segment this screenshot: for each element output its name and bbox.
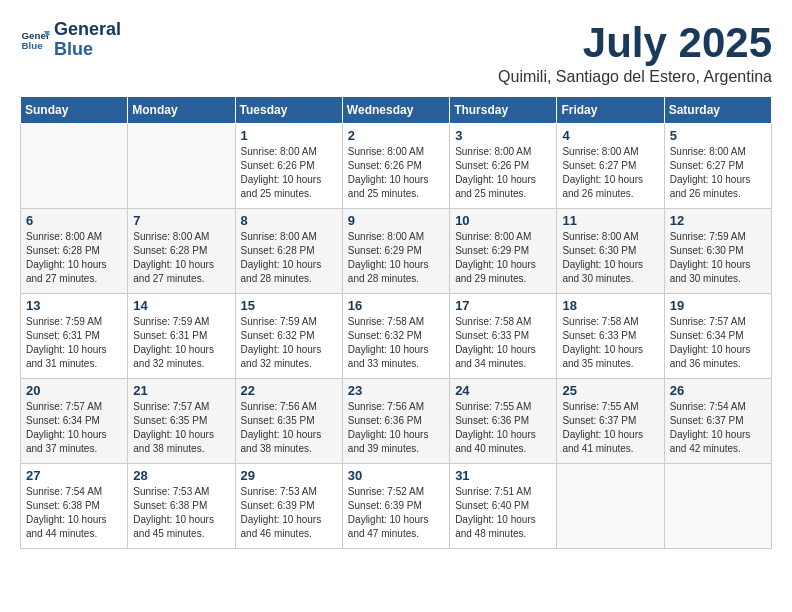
calendar-week-4: 20Sunrise: 7:57 AM Sunset: 6:34 PM Dayli… (21, 379, 772, 464)
day-number: 7 (133, 213, 229, 228)
calendar-cell: 11Sunrise: 8:00 AM Sunset: 6:30 PM Dayli… (557, 209, 664, 294)
header-cell-sunday: Sunday (21, 97, 128, 124)
day-number: 23 (348, 383, 444, 398)
calendar-cell: 20Sunrise: 7:57 AM Sunset: 6:34 PM Dayli… (21, 379, 128, 464)
calendar-week-3: 13Sunrise: 7:59 AM Sunset: 6:31 PM Dayli… (21, 294, 772, 379)
calendar-cell: 15Sunrise: 7:59 AM Sunset: 6:32 PM Dayli… (235, 294, 342, 379)
header-cell-monday: Monday (128, 97, 235, 124)
day-number: 27 (26, 468, 122, 483)
logo: General Blue General Blue (20, 20, 121, 60)
day-detail: Sunrise: 7:56 AM Sunset: 6:35 PM Dayligh… (241, 400, 337, 456)
calendar-cell: 2Sunrise: 8:00 AM Sunset: 6:26 PM Daylig… (342, 124, 449, 209)
day-number: 15 (241, 298, 337, 313)
day-detail: Sunrise: 8:00 AM Sunset: 6:27 PM Dayligh… (562, 145, 658, 201)
day-detail: Sunrise: 8:00 AM Sunset: 6:26 PM Dayligh… (241, 145, 337, 201)
day-detail: Sunrise: 7:54 AM Sunset: 6:37 PM Dayligh… (670, 400, 766, 456)
day-detail: Sunrise: 7:59 AM Sunset: 6:31 PM Dayligh… (133, 315, 229, 371)
day-detail: Sunrise: 7:58 AM Sunset: 6:32 PM Dayligh… (348, 315, 444, 371)
day-detail: Sunrise: 8:00 AM Sunset: 6:27 PM Dayligh… (670, 145, 766, 201)
header-cell-saturday: Saturday (664, 97, 771, 124)
location-subtitle: Quimili, Santiago del Estero, Argentina (498, 68, 772, 86)
calendar-cell: 19Sunrise: 7:57 AM Sunset: 6:34 PM Dayli… (664, 294, 771, 379)
calendar-cell: 4Sunrise: 8:00 AM Sunset: 6:27 PM Daylig… (557, 124, 664, 209)
calendar-week-5: 27Sunrise: 7:54 AM Sunset: 6:38 PM Dayli… (21, 464, 772, 549)
day-number: 18 (562, 298, 658, 313)
day-detail: Sunrise: 8:00 AM Sunset: 6:29 PM Dayligh… (455, 230, 551, 286)
calendar-cell: 3Sunrise: 8:00 AM Sunset: 6:26 PM Daylig… (450, 124, 557, 209)
calendar-cell (664, 464, 771, 549)
calendar-cell: 30Sunrise: 7:52 AM Sunset: 6:39 PM Dayli… (342, 464, 449, 549)
day-number: 16 (348, 298, 444, 313)
day-detail: Sunrise: 7:59 AM Sunset: 6:30 PM Dayligh… (670, 230, 766, 286)
logo-icon: General Blue (20, 25, 50, 55)
calendar-cell: 13Sunrise: 7:59 AM Sunset: 6:31 PM Dayli… (21, 294, 128, 379)
day-detail: Sunrise: 7:57 AM Sunset: 6:34 PM Dayligh… (26, 400, 122, 456)
calendar-cell: 8Sunrise: 8:00 AM Sunset: 6:28 PM Daylig… (235, 209, 342, 294)
calendar-cell: 27Sunrise: 7:54 AM Sunset: 6:38 PM Dayli… (21, 464, 128, 549)
day-detail: Sunrise: 7:55 AM Sunset: 6:36 PM Dayligh… (455, 400, 551, 456)
day-number: 14 (133, 298, 229, 313)
day-number: 2 (348, 128, 444, 143)
day-detail: Sunrise: 7:52 AM Sunset: 6:39 PM Dayligh… (348, 485, 444, 541)
logo-text2: Blue (54, 40, 121, 60)
day-number: 25 (562, 383, 658, 398)
day-detail: Sunrise: 7:55 AM Sunset: 6:37 PM Dayligh… (562, 400, 658, 456)
day-number: 5 (670, 128, 766, 143)
page-header: General Blue General Blue July 2025 Quim… (20, 20, 772, 86)
header-cell-thursday: Thursday (450, 97, 557, 124)
header-row: SundayMondayTuesdayWednesdayThursdayFrid… (21, 97, 772, 124)
calendar-cell: 10Sunrise: 8:00 AM Sunset: 6:29 PM Dayli… (450, 209, 557, 294)
day-detail: Sunrise: 8:00 AM Sunset: 6:26 PM Dayligh… (348, 145, 444, 201)
calendar-cell (557, 464, 664, 549)
calendar-cell: 31Sunrise: 7:51 AM Sunset: 6:40 PM Dayli… (450, 464, 557, 549)
title-block: July 2025 Quimili, Santiago del Estero, … (498, 20, 772, 86)
day-detail: Sunrise: 7:53 AM Sunset: 6:38 PM Dayligh… (133, 485, 229, 541)
day-detail: Sunrise: 8:00 AM Sunset: 6:29 PM Dayligh… (348, 230, 444, 286)
day-detail: Sunrise: 7:51 AM Sunset: 6:40 PM Dayligh… (455, 485, 551, 541)
day-number: 19 (670, 298, 766, 313)
day-detail: Sunrise: 7:59 AM Sunset: 6:32 PM Dayligh… (241, 315, 337, 371)
header-cell-friday: Friday (557, 97, 664, 124)
day-number: 20 (26, 383, 122, 398)
calendar-cell: 23Sunrise: 7:56 AM Sunset: 6:36 PM Dayli… (342, 379, 449, 464)
month-title: July 2025 (498, 20, 772, 66)
calendar-header: SundayMondayTuesdayWednesdayThursdayFrid… (21, 97, 772, 124)
header-cell-tuesday: Tuesday (235, 97, 342, 124)
calendar-week-1: 1Sunrise: 8:00 AM Sunset: 6:26 PM Daylig… (21, 124, 772, 209)
day-detail: Sunrise: 8:00 AM Sunset: 6:28 PM Dayligh… (241, 230, 337, 286)
day-number: 24 (455, 383, 551, 398)
logo-text: General (54, 20, 121, 40)
calendar-cell: 7Sunrise: 8:00 AM Sunset: 6:28 PM Daylig… (128, 209, 235, 294)
day-number: 8 (241, 213, 337, 228)
calendar-cell: 29Sunrise: 7:53 AM Sunset: 6:39 PM Dayli… (235, 464, 342, 549)
calendar-cell: 26Sunrise: 7:54 AM Sunset: 6:37 PM Dayli… (664, 379, 771, 464)
calendar-cell: 21Sunrise: 7:57 AM Sunset: 6:35 PM Dayli… (128, 379, 235, 464)
calendar-body: 1Sunrise: 8:00 AM Sunset: 6:26 PM Daylig… (21, 124, 772, 549)
calendar-cell (21, 124, 128, 209)
day-number: 13 (26, 298, 122, 313)
day-number: 12 (670, 213, 766, 228)
day-number: 3 (455, 128, 551, 143)
calendar-cell: 12Sunrise: 7:59 AM Sunset: 6:30 PM Dayli… (664, 209, 771, 294)
day-detail: Sunrise: 8:00 AM Sunset: 6:30 PM Dayligh… (562, 230, 658, 286)
calendar-cell: 14Sunrise: 7:59 AM Sunset: 6:31 PM Dayli… (128, 294, 235, 379)
calendar-cell: 9Sunrise: 8:00 AM Sunset: 6:29 PM Daylig… (342, 209, 449, 294)
calendar-cell (128, 124, 235, 209)
day-number: 6 (26, 213, 122, 228)
day-number: 11 (562, 213, 658, 228)
calendar-cell: 18Sunrise: 7:58 AM Sunset: 6:33 PM Dayli… (557, 294, 664, 379)
calendar-cell: 22Sunrise: 7:56 AM Sunset: 6:35 PM Dayli… (235, 379, 342, 464)
day-detail: Sunrise: 7:59 AM Sunset: 6:31 PM Dayligh… (26, 315, 122, 371)
calendar-cell: 24Sunrise: 7:55 AM Sunset: 6:36 PM Dayli… (450, 379, 557, 464)
day-detail: Sunrise: 7:58 AM Sunset: 6:33 PM Dayligh… (562, 315, 658, 371)
day-number: 30 (348, 468, 444, 483)
day-number: 29 (241, 468, 337, 483)
calendar-cell: 5Sunrise: 8:00 AM Sunset: 6:27 PM Daylig… (664, 124, 771, 209)
day-detail: Sunrise: 8:00 AM Sunset: 6:28 PM Dayligh… (26, 230, 122, 286)
day-number: 22 (241, 383, 337, 398)
day-detail: Sunrise: 8:00 AM Sunset: 6:28 PM Dayligh… (133, 230, 229, 286)
day-detail: Sunrise: 7:56 AM Sunset: 6:36 PM Dayligh… (348, 400, 444, 456)
day-number: 1 (241, 128, 337, 143)
svg-text:Blue: Blue (22, 40, 44, 51)
day-number: 31 (455, 468, 551, 483)
